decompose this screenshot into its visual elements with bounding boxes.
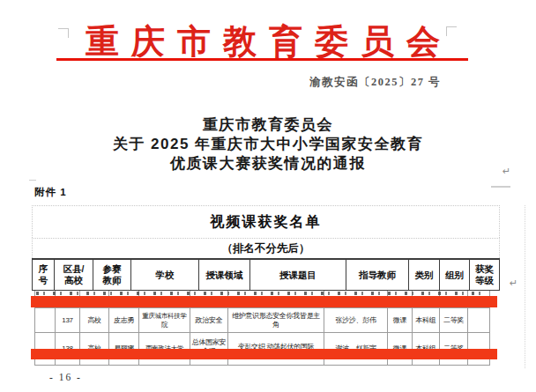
table-row: [35, 359, 490, 366]
header-cell: 类别: [409, 260, 440, 290]
table-cell: [413, 359, 440, 366]
table-cell: [139, 359, 190, 366]
header-cell: 序 号: [33, 260, 55, 290]
table-cell: [228, 359, 324, 366]
attachment-label: 附件 1: [34, 186, 67, 199]
letterhead-rule: [56, 58, 468, 61]
table-cell: 皮志勇: [109, 308, 139, 333]
header-cell: 获奖 等级: [470, 260, 499, 290]
text-boundary-line: [525, 205, 525, 368]
document-title-line3: 优质课大赛获奖情况的通报: [0, 154, 536, 174]
page-number: - 16 -: [49, 372, 82, 382]
table-cell: [35, 359, 56, 366]
table-row: 137高校皮志勇重庆城市科技学院政治安全维护意识形态安全你我皆是主角张沙沙、彭伟…: [35, 308, 490, 333]
table-cell: 重庆城市科技学院: [139, 308, 190, 333]
redaction-bar-bottom: [31, 349, 497, 359]
table-cell: [56, 359, 80, 366]
boundary-dash-left: [29, 180, 36, 181]
document-number: 渝教安函〔2025〕27 号: [309, 75, 441, 90]
paragraph-return-mark: ↵: [502, 166, 510, 177]
table-cell: [80, 359, 109, 366]
header-cell: 参赛 教师: [93, 260, 131, 290]
document-title-line1: 重庆市教育委员会: [0, 115, 536, 135]
table-cell: 维护意识形态安全你我皆是主角: [228, 308, 324, 333]
header-cell: 组别: [440, 260, 470, 290]
redaction-bar-top: [31, 296, 497, 307]
table-title: 视频课获奖名单: [32, 205, 500, 238]
table-return-mark: ↵: [510, 277, 517, 289]
table-cell: [440, 359, 468, 366]
table-cell: 微课: [388, 308, 413, 333]
header-cell: 指导教师: [346, 260, 409, 290]
table-cell: [35, 308, 56, 333]
award-table-header: 视频课获奖名单 （排名不分先后） 序 号区县/ 高校参赛 教师学校授课领域授课题…: [32, 205, 500, 291]
header-cell: 区县/ 高校: [55, 260, 93, 290]
table-cell: [468, 359, 490, 366]
header-cell: 授课题目: [250, 260, 346, 290]
table-subtitle: （排名不分先后）: [32, 238, 500, 258]
table-cell: 张沙沙、彭伟: [324, 308, 388, 333]
table-cell: [468, 308, 490, 333]
table-cell: [109, 359, 139, 366]
document-page: 重庆市教育委员会 渝教安函〔2025〕27 号 重庆市教育委员会 关于 2025…: [0, 0, 536, 392]
covered-row-glyph-tops: [36, 292, 488, 295]
table-cell: [324, 359, 388, 366]
document-title: 重庆市教育委员会 关于 2025 年重庆市大中小学国家安全教育 优质课大赛获奖情…: [0, 115, 536, 174]
boundary-dash-right: [491, 186, 510, 188]
table-cell: 本科组: [413, 308, 440, 333]
header-cell: 学校: [131, 260, 199, 290]
table-cell: 二等奖: [440, 308, 468, 333]
table-cell: 政治安全: [190, 308, 228, 333]
table-cell: 137: [56, 308, 80, 333]
table-cell: [190, 359, 228, 366]
header-cell: 授课领域: [199, 260, 250, 290]
table-header-row: 序 号区县/ 高校参赛 教师学校授课领域授课题目指导教师类别组别获奖 等级: [32, 258, 500, 291]
document-title-line2: 关于 2025 年重庆市大中小学国家安全教育: [0, 135, 536, 154]
table-cell: [388, 359, 413, 366]
table-cell: 高校: [80, 308, 109, 333]
